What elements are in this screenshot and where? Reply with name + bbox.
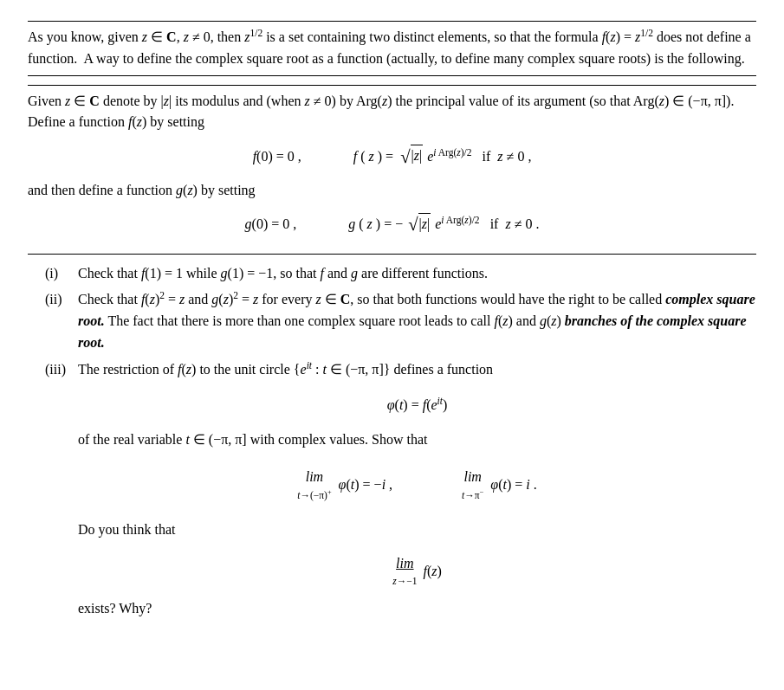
- exists-text: exists? Why?: [78, 598, 756, 620]
- f-z-formula: f(z) = √ |z| ei Arg(z)/2 if z ≠ 0 ,: [353, 145, 532, 168]
- f-zero-formula: f(0) = 0 ,: [253, 146, 301, 168]
- intro-text: As you know, given z ∈ C, z ≠ 0, then z1…: [28, 29, 751, 66]
- list-body-iii: The restriction of f(z) to the unit circ…: [78, 359, 756, 620]
- lim-left: lim t→(−π)+ φ(t) = −i ,: [297, 467, 392, 504]
- g-formula-display: g(0) = 0 , g(z) = − √ |z| ei Arg(z)/2 if…: [28, 214, 756, 236]
- list-body-ii: Check that f(z)2 = z and g(z)2 = z for e…: [78, 289, 756, 353]
- lim-formulas-display: lim t→(−π)+ φ(t) = −i , lim t→π−: [78, 467, 756, 504]
- list-label-iii: (iii): [45, 359, 78, 381]
- lim-right: lim t→π− φ(t) = i .: [462, 467, 537, 504]
- list-label-ii: (ii): [45, 289, 78, 311]
- phi-formula-display: φ(t) = f(eit): [78, 395, 756, 416]
- and-then-text: and then define a function g(z) by setti…: [28, 180, 756, 202]
- list-body-i: Check that f(1) = 1 while g(1) = −1, so …: [78, 263, 756, 285]
- g-zero-formula: g(0) = 0 ,: [245, 214, 297, 235]
- f-formula-display: f(0) = 0 , f(z) = √ |z| ei Arg(z)/2 if z…: [28, 145, 756, 168]
- do-you-text: Do you think that: [78, 519, 756, 541]
- list-container: (i) Check that f(1) = 1 while g(1) = −1,…: [28, 263, 756, 620]
- main-content: As you know, given z ∈ C, z ≠ 0, then z1…: [28, 21, 756, 620]
- paragraph-given: Given z ∈ C denote by |z| its modulus an…: [28, 85, 756, 255]
- given-text: Given z ∈ C denote by |z| its modulus an…: [28, 94, 734, 130]
- paragraph-intro: As you know, given z ∈ C, z ≠ 0, then z1…: [28, 21, 756, 76]
- list-item-i: (i) Check that f(1) = 1 while g(1) = −1,…: [45, 263, 756, 285]
- g-z-formula: g(z) = − √ |z| ei Arg(z)/2 if z ≠ 0 .: [348, 214, 539, 236]
- list-item-iii: (iii) The restriction of f(z) to the uni…: [45, 359, 756, 620]
- lim-fz-display: lim z→−1 f(z): [78, 553, 756, 590]
- list-label-i: (i): [45, 263, 78, 285]
- list-item-ii: (ii) Check that f(z)2 = z and g(z)2 = z …: [45, 289, 756, 353]
